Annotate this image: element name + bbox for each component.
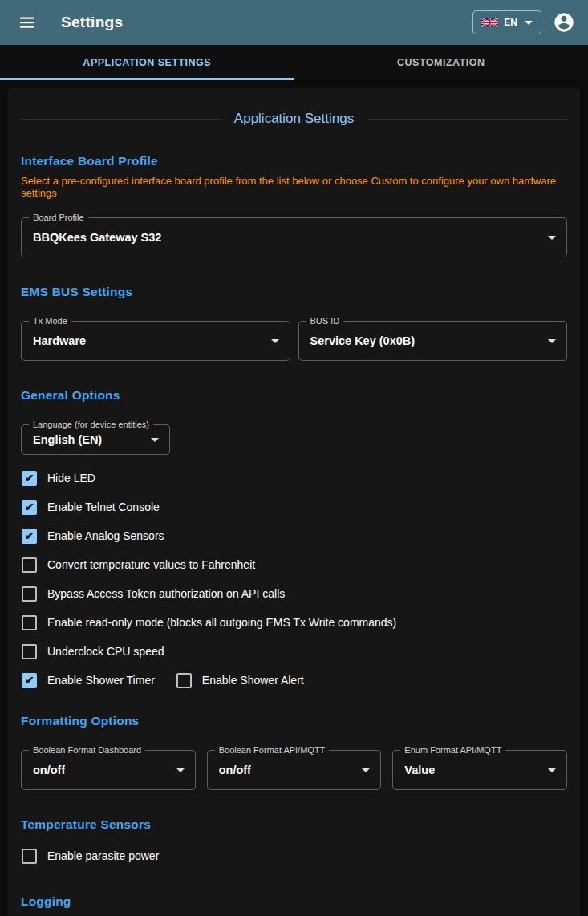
app-bar: Settings EN bbox=[0, 0, 588, 45]
checkbox[interactable]: ✔ bbox=[22, 615, 37, 630]
select-value: on/off bbox=[219, 764, 251, 776]
tab-bar: APPLICATION SETTINGS CUSTOMIZATION bbox=[0, 45, 588, 80]
active-tab-indicator bbox=[0, 78, 294, 80]
checkbox-item-shower-alert[interactable]: ✔ Enable Shower Alert bbox=[176, 673, 304, 688]
general-options-checklist: ✔ Hide LED ✔ Enable Telnet Console ✔ Ena… bbox=[21, 464, 567, 695]
checkbox-row-readonly-mode[interactable]: ✔ Enable read-only mode (blocks all outg… bbox=[21, 608, 567, 637]
checkbox-label[interactable]: Hide LED bbox=[47, 472, 95, 484]
checkbox[interactable]: ✔ bbox=[22, 849, 37, 864]
checkbox[interactable]: ✔ bbox=[176, 673, 192, 688]
divider-line bbox=[367, 119, 567, 120]
checkmark-icon: ✔ bbox=[25, 501, 34, 513]
checkbox[interactable]: ✔ bbox=[22, 557, 37, 573]
checkbox[interactable]: ✔ bbox=[22, 500, 37, 515]
select-label: BUS ID bbox=[306, 316, 344, 326]
tab-customization[interactable]: CUSTOMIZATION bbox=[294, 45, 588, 80]
language-code: EN bbox=[504, 17, 517, 28]
dropdown-arrow-icon bbox=[548, 768, 556, 772]
page-title-divider: Application Settings bbox=[21, 111, 567, 127]
select-value: on/off bbox=[33, 764, 65, 776]
select-label: Language (for device entities) bbox=[29, 419, 153, 430]
page-title: Application Settings bbox=[234, 111, 354, 127]
checkbox-item-shower-timer[interactable]: ✔ Enable Shower Timer bbox=[21, 673, 155, 688]
select-value: Hardware bbox=[33, 334, 86, 347]
checkbox-label[interactable]: Enable read-only mode (blocks all outgoi… bbox=[47, 616, 396, 629]
formatting-selects: Boolean Format Dashboard on/off Boolean … bbox=[21, 750, 567, 790]
dropdown-arrow-icon bbox=[176, 768, 185, 772]
select-label: Enum Format API/MQTT bbox=[400, 745, 505, 756]
checkbox-label[interactable]: Enable Shower Timer bbox=[47, 674, 155, 687]
checkbox-label[interactable]: Enable Shower Alert bbox=[202, 674, 304, 687]
hamburger-icon bbox=[18, 13, 37, 32]
checkbox-label[interactable]: Enable Analog Sensors bbox=[47, 529, 164, 542]
checkbox[interactable]: ✔ bbox=[22, 586, 37, 602]
language-selector-button[interactable]: EN bbox=[472, 10, 541, 34]
checkbox-row-parasite-power[interactable]: ✔ Enable parasite power bbox=[21, 841, 567, 870]
language-entities-select[interactable]: Language (for device entities) English (… bbox=[21, 424, 170, 455]
section-heading-logging: Logging bbox=[21, 894, 567, 909]
boolean-format-api-select[interactable]: Boolean Format API/MQTT on/off bbox=[207, 750, 382, 790]
dropdown-arrow-icon bbox=[151, 438, 159, 442]
tx-mode-select[interactable]: Tx Mode Hardware bbox=[21, 321, 290, 361]
checkbox-label[interactable]: Convert temperature values to Fahrenheit bbox=[47, 558, 255, 571]
section-heading-general-options: General Options bbox=[21, 388, 567, 403]
select-label: Boolean Format API/MQTT bbox=[215, 745, 330, 756]
section-heading-formatting: Formatting Options bbox=[21, 714, 567, 728]
checkbox-label[interactable]: Enable Telnet Console bbox=[47, 501, 160, 513]
ems-bus-selects: Tx Mode Hardware BUS ID Service Key (0x0… bbox=[21, 321, 567, 361]
checkbox-label[interactable]: Underclock CPU speed bbox=[47, 645, 164, 658]
account-button[interactable] bbox=[551, 10, 577, 35]
checkbox[interactable]: ✔ bbox=[22, 529, 37, 544]
checkbox-row-hide-led[interactable]: ✔ Hide LED bbox=[21, 464, 567, 492]
section-heading-ems-bus: EMS BUS Settings bbox=[21, 285, 567, 299]
tab-application-settings[interactable]: APPLICATION SETTINGS bbox=[0, 45, 294, 80]
checkbox-row-shower: ✔ Enable Shower Timer ✔ Enable Shower Al… bbox=[21, 666, 567, 695]
select-value: Service Key (0x0B) bbox=[310, 334, 416, 347]
dropdown-arrow-icon bbox=[548, 236, 556, 240]
uk-flag-icon bbox=[481, 18, 498, 27]
account-circle-icon bbox=[553, 11, 575, 34]
section-heading-board-profile: Interface Board Profile bbox=[21, 154, 567, 168]
checkbox-row-fahrenheit[interactable]: ✔ Convert temperature values to Fahrenhe… bbox=[21, 550, 567, 579]
checkbox-row-bypass-token[interactable]: ✔ Bypass Access Token authorization on A… bbox=[21, 579, 567, 608]
select-value: BBQKees Gateway S32 bbox=[33, 231, 161, 244]
dropdown-arrow-icon bbox=[362, 768, 370, 772]
select-label: Tx Mode bbox=[29, 316, 71, 326]
checkbox[interactable]: ✔ bbox=[22, 644, 37, 659]
board-profile-subtitle: Select a pre-configured interface board … bbox=[21, 175, 567, 199]
enum-format-api-select[interactable]: Enum Format API/MQTT Value bbox=[392, 750, 567, 790]
select-label: Boolean Format Dashboard bbox=[29, 745, 145, 756]
board-profile-select[interactable]: Board Profile BBQKees Gateway S32 bbox=[21, 217, 567, 257]
checkmark-icon: ✔ bbox=[25, 530, 34, 541]
select-value: Value bbox=[404, 764, 435, 776]
checkbox[interactable]: ✔ bbox=[22, 673, 37, 688]
checkbox-row-underclock-cpu[interactable]: ✔ Underclock CPU speed bbox=[21, 637, 567, 666]
page-header-title: Settings bbox=[61, 14, 123, 31]
select-label: Board Profile bbox=[29, 213, 88, 223]
section-heading-temperature-sensors: Temperature Sensors bbox=[21, 817, 567, 832]
divider-line bbox=[21, 119, 221, 120]
menu-button[interactable] bbox=[11, 6, 43, 39]
select-value: English (EN) bbox=[33, 433, 102, 446]
dropdown-arrow-icon bbox=[271, 339, 279, 343]
checkbox-row-analog-sensors[interactable]: ✔ Enable Analog Sensors bbox=[21, 521, 567, 550]
caret-down-icon bbox=[525, 21, 533, 25]
checkbox[interactable]: ✔ bbox=[22, 471, 37, 486]
boolean-format-dashboard-select[interactable]: Boolean Format Dashboard on/off bbox=[21, 750, 196, 790]
bus-id-select[interactable]: BUS ID Service Key (0x0B) bbox=[298, 321, 568, 361]
settings-panel: Application Settings Interface Board Pro… bbox=[8, 88, 580, 916]
checkmark-icon: ✔ bbox=[25, 675, 34, 686]
checkbox-label[interactable]: Enable parasite power bbox=[47, 849, 159, 862]
checkbox-label[interactable]: Bypass Access Token authorization on API… bbox=[47, 587, 285, 600]
dropdown-arrow-icon bbox=[548, 339, 556, 343]
checkbox-row-telnet[interactable]: ✔ Enable Telnet Console bbox=[21, 492, 567, 521]
checkmark-icon: ✔ bbox=[25, 472, 34, 484]
